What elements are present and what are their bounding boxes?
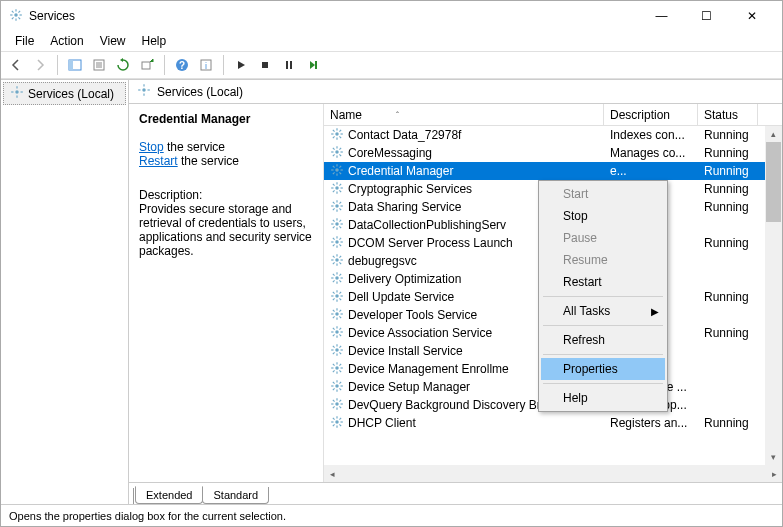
svg-point-160: [335, 384, 339, 388]
menu-view[interactable]: View: [92, 32, 134, 50]
menu-file[interactable]: File: [7, 32, 42, 50]
context-menu-item[interactable]: Stop: [541, 205, 665, 227]
stop-service-button[interactable]: [254, 54, 276, 76]
scroll-left-icon[interactable]: ◂: [324, 466, 340, 482]
svg-line-130: [339, 316, 341, 318]
back-button[interactable]: [5, 54, 27, 76]
context-menu-item[interactable]: Properties: [541, 358, 665, 380]
service-name: Device Association Service: [348, 326, 492, 340]
service-name: CoreMessaging: [348, 146, 432, 160]
svg-point-0: [14, 13, 18, 17]
svg-line-77: [333, 208, 335, 210]
forward-button[interactable]: [29, 54, 51, 76]
svg-line-183: [333, 417, 335, 419]
context-menu-item: Resume: [541, 249, 665, 271]
table-row[interactable]: Credential Managere...Running: [324, 162, 782, 180]
horizontal-scrollbar[interactable]: ◂ ▸: [324, 465, 782, 482]
menu-action[interactable]: Action: [42, 32, 91, 50]
services-app-icon: [9, 8, 23, 25]
column-name[interactable]: Nameˆ: [324, 104, 604, 125]
context-menu-item[interactable]: Refresh: [541, 329, 665, 351]
context-menu-item[interactable]: Restart: [541, 271, 665, 293]
tree-item-services-local[interactable]: Services (Local): [3, 82, 126, 105]
context-menu-item: Pause: [541, 227, 665, 249]
svg-line-95: [333, 244, 335, 246]
export-button[interactable]: [136, 54, 158, 76]
svg-line-104: [333, 262, 335, 264]
table-row[interactable]: Contact Data_72978fIndexes con...Running: [324, 126, 782, 144]
svg-line-66: [333, 183, 335, 185]
about-button[interactable]: i: [195, 54, 217, 76]
scroll-down-icon[interactable]: ▾: [765, 449, 782, 465]
service-name: DevQuery Background Discovery Broker: [348, 398, 564, 412]
scroll-right-icon[interactable]: ▸: [766, 466, 782, 482]
svg-line-120: [333, 291, 335, 293]
restart-service-button[interactable]: [302, 54, 324, 76]
gear-icon: [330, 361, 344, 378]
content-header: Services (Local): [129, 80, 782, 104]
context-menu-item[interactable]: All Tasks▶: [541, 300, 665, 322]
svg-line-6: [18, 17, 20, 19]
service-status: Running: [698, 326, 758, 340]
close-button[interactable]: ✕: [729, 2, 774, 30]
pause-service-button[interactable]: [278, 54, 300, 76]
stop-service-link[interactable]: Stop: [139, 140, 164, 154]
service-status: Running: [698, 200, 758, 214]
tab-extended[interactable]: Extended: [135, 486, 203, 504]
gear-icon: [10, 85, 24, 102]
svg-line-166: [339, 388, 341, 390]
sort-asc-icon: ˆ: [396, 110, 399, 120]
help-button[interactable]: ?: [171, 54, 193, 76]
svg-line-184: [339, 424, 341, 426]
svg-line-51: [339, 147, 341, 149]
content-tabs: Extended Standard: [129, 482, 782, 504]
svg-line-132: [339, 309, 341, 311]
start-service-button[interactable]: [230, 54, 252, 76]
table-row[interactable]: DHCP ClientRegisters an...Running: [324, 414, 782, 432]
service-status: Running: [698, 416, 758, 430]
svg-line-140: [333, 334, 335, 336]
table-row[interactable]: CoreMessagingManages co...Running: [324, 144, 782, 162]
menu-help[interactable]: Help: [134, 32, 175, 50]
gear-icon: [330, 289, 344, 306]
properties-button[interactable]: [88, 54, 110, 76]
svg-line-147: [333, 345, 335, 347]
service-description: e...: [604, 164, 698, 178]
restart-service-link[interactable]: Restart: [139, 154, 178, 168]
svg-point-70: [335, 204, 339, 208]
scroll-thumb[interactable]: [766, 142, 781, 222]
svg-line-42: [339, 129, 341, 131]
svg-line-5: [12, 10, 14, 12]
tab-standard[interactable]: Standard: [202, 487, 269, 504]
svg-point-151: [335, 366, 339, 370]
column-description[interactable]: Description: [604, 104, 698, 125]
svg-line-105: [339, 255, 341, 257]
show-hide-tree-button[interactable]: [64, 54, 86, 76]
vertical-scrollbar[interactable]: ▴ ▾: [765, 126, 782, 465]
refresh-button[interactable]: [112, 54, 134, 76]
svg-rect-10: [69, 60, 73, 70]
service-name: DHCP Client: [348, 416, 416, 430]
list-header: Nameˆ Description Status: [324, 104, 782, 126]
svg-line-93: [333, 237, 335, 239]
svg-point-106: [335, 276, 339, 280]
chevron-right-icon: ▶: [651, 306, 659, 317]
minimize-button[interactable]: —: [639, 2, 684, 30]
svg-line-75: [333, 201, 335, 203]
context-menu-item[interactable]: Help: [541, 387, 665, 409]
svg-line-139: [339, 334, 341, 336]
description-label: Description:: [139, 188, 313, 202]
svg-text:?: ?: [179, 60, 185, 71]
service-name: debugregsvc: [348, 254, 417, 268]
selected-service-name: Credential Manager: [139, 112, 313, 126]
gear-icon: [137, 83, 151, 100]
service-description: Indexes con...: [604, 128, 698, 142]
svg-line-68: [333, 190, 335, 192]
svg-line-96: [339, 237, 341, 239]
svg-line-141: [339, 327, 341, 329]
scroll-up-icon[interactable]: ▴: [765, 126, 782, 142]
maximize-button[interactable]: ☐: [684, 2, 729, 30]
content-header-title: Services (Local): [157, 85, 243, 99]
svg-point-142: [335, 348, 339, 352]
column-status[interactable]: Status: [698, 104, 758, 125]
